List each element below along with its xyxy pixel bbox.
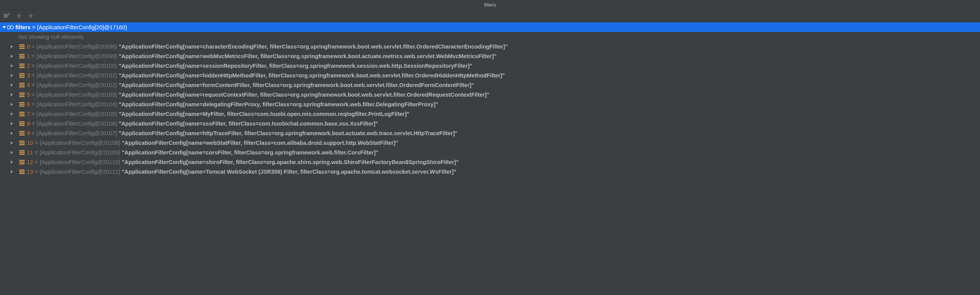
item-object-ref: {ApplicationFilterConfig@20100} <box>37 63 117 69</box>
variables-tree: filters = {ApplicationFilterConfig[20]@1… <box>0 22 980 176</box>
item-index: 6 <box>27 101 30 107</box>
array-element-icon <box>18 82 25 88</box>
item-tostring: "ApplicationFilterConfig[name=Tomcat Web… <box>122 169 457 175</box>
tree-item-row[interactable]: 8 = {ApplicationFilterConfig@20106} "App… <box>0 119 980 128</box>
item-object-ref: {ApplicationFilterConfig@20104} <box>37 101 117 107</box>
item-index: 1 <box>27 53 30 59</box>
item-object-ref: {ApplicationFilterConfig@20108} <box>40 140 120 146</box>
expand-arrow-right-icon[interactable] <box>9 169 15 174</box>
glasses-icon <box>7 24 14 30</box>
item-index: 7 <box>27 111 30 117</box>
item-index: 4 <box>27 82 30 88</box>
equals-sign: = <box>30 72 37 79</box>
expand-arrow-right-icon[interactable] <box>9 44 15 49</box>
expand-arrow-right-icon[interactable] <box>9 121 15 126</box>
expand-arrow-right-icon[interactable] <box>9 82 15 88</box>
svg-rect-10 <box>19 44 25 45</box>
item-tostring: "ApplicationFilterConfig[name=formConten… <box>119 82 474 88</box>
window-title: filters <box>0 0 980 10</box>
item-object-ref: {ApplicationFilterConfig@20106} <box>37 121 117 127</box>
svg-rect-26 <box>19 83 25 84</box>
back-arrow-icon[interactable] <box>16 13 22 19</box>
array-element-icon <box>18 169 25 175</box>
tree-item-row[interactable]: 0 = {ApplicationFilterConfig@20096} "App… <box>0 42 980 51</box>
expand-arrow-right-icon[interactable] <box>9 111 15 117</box>
svg-rect-47 <box>19 132 25 134</box>
svg-rect-58 <box>19 160 25 161</box>
equals-sign: = <box>33 169 40 175</box>
expand-arrow-right-icon[interactable] <box>9 73 15 78</box>
svg-point-7 <box>10 26 13 29</box>
expand-arrow-down-icon[interactable] <box>2 25 7 30</box>
svg-rect-32 <box>19 96 25 97</box>
forward-arrow-icon[interactable] <box>28 13 34 19</box>
tree-item-row[interactable]: 12 = {ApplicationFilterConfig@20110} "Ap… <box>0 157 980 167</box>
svg-rect-59 <box>19 161 25 163</box>
item-tostring: "ApplicationFilterConfig[name=webMvcMetr… <box>119 53 496 59</box>
tree-item-row[interactable]: 4 = {ApplicationFilterConfig@20102} "App… <box>0 80 980 90</box>
tree-item-row[interactable]: 1 = {ApplicationFilterConfig@20099} "App… <box>0 51 980 61</box>
tree-item-row[interactable]: 9 = {ApplicationFilterConfig@20107} "App… <box>0 128 980 138</box>
expand-arrow-right-icon[interactable] <box>9 131 15 136</box>
equals-sign: = <box>30 121 37 127</box>
svg-marker-25 <box>11 84 13 87</box>
equals-sign: = <box>30 101 37 107</box>
tree-item-row[interactable]: 11 = {ApplicationFilterConfig@20109} "Ap… <box>0 148 980 157</box>
expand-arrow-right-icon[interactable] <box>9 150 15 155</box>
expand-arrow-right-icon[interactable] <box>9 92 15 97</box>
svg-rect-64 <box>19 173 25 174</box>
svg-rect-35 <box>19 104 25 105</box>
expand-arrow-right-icon[interactable] <box>9 140 15 146</box>
tree-root-row[interactable]: filters = {ApplicationFilterConfig[20]@1… <box>0 22 980 32</box>
svg-marker-9 <box>11 45 13 48</box>
array-element-icon <box>18 159 25 165</box>
svg-point-6 <box>7 26 10 29</box>
array-element-icon <box>18 121 25 127</box>
item-tostring: "ApplicationFilterConfig[name=httpTraceF… <box>119 130 457 136</box>
equals-sign: = <box>30 53 37 59</box>
svg-marker-49 <box>11 141 13 144</box>
array-element-icon <box>18 140 25 146</box>
expand-arrow-right-icon[interactable] <box>9 63 15 69</box>
item-object-ref: {ApplicationFilterConfig@20111} <box>40 169 120 175</box>
svg-rect-48 <box>19 134 25 136</box>
tree-item-row[interactable]: 7 = {ApplicationFilterConfig@20105} "App… <box>0 109 980 119</box>
svg-marker-57 <box>11 161 13 164</box>
svg-marker-61 <box>11 170 13 173</box>
svg-rect-12 <box>19 48 25 49</box>
svg-rect-16 <box>19 57 25 59</box>
tree-item-row[interactable]: 10 = {ApplicationFilterConfig@20108} "Ap… <box>0 138 980 148</box>
svg-marker-33 <box>11 103 13 106</box>
svg-rect-11 <box>19 46 25 47</box>
expand-arrow-right-icon[interactable] <box>9 102 15 107</box>
tree-item-row[interactable]: 2 = {ApplicationFilterConfig@20100} "App… <box>0 61 980 70</box>
equals-sign: = <box>30 130 37 136</box>
svg-rect-23 <box>19 75 25 76</box>
tree-item-row[interactable]: 5 = {ApplicationFilterConfig@20103} "App… <box>0 90 980 99</box>
tree-item-row[interactable]: 13 = {ApplicationFilterConfig@20111} "Ap… <box>0 167 980 176</box>
svg-rect-34 <box>19 102 25 103</box>
svg-rect-31 <box>19 94 25 95</box>
svg-rect-36 <box>19 106 25 107</box>
item-object-ref: {ApplicationFilterConfig@20110} <box>40 159 120 165</box>
array-element-icon <box>18 149 25 156</box>
expand-arrow-right-icon[interactable] <box>9 159 15 165</box>
expand-arrow-right-icon[interactable] <box>9 54 15 59</box>
item-tostring: "ApplicationFilterConfig[name=delegating… <box>119 101 438 107</box>
tree-item-row[interactable]: 3 = {ApplicationFilterConfig@20101} "App… <box>0 70 980 80</box>
equals-sign: = <box>33 140 40 146</box>
item-index: 11 <box>27 149 33 156</box>
item-index: 10 <box>27 140 33 146</box>
item-object-ref: {ApplicationFilterConfig@20107} <box>37 130 117 136</box>
new-watch-icon[interactable] <box>4 13 11 19</box>
svg-marker-21 <box>11 74 13 77</box>
svg-rect-18 <box>19 64 25 65</box>
svg-rect-62 <box>19 169 25 171</box>
root-ref: {ApplicationFilterConfig[20]@17160} <box>37 24 127 30</box>
svg-rect-60 <box>19 163 25 164</box>
item-object-ref: {ApplicationFilterConfig@20101} <box>37 72 117 79</box>
tree-item-row[interactable]: 6 = {ApplicationFilterConfig@20104} "App… <box>0 99 980 109</box>
item-index: 8 <box>27 121 30 127</box>
svg-rect-56 <box>19 154 25 155</box>
item-index: 9 <box>27 130 30 136</box>
